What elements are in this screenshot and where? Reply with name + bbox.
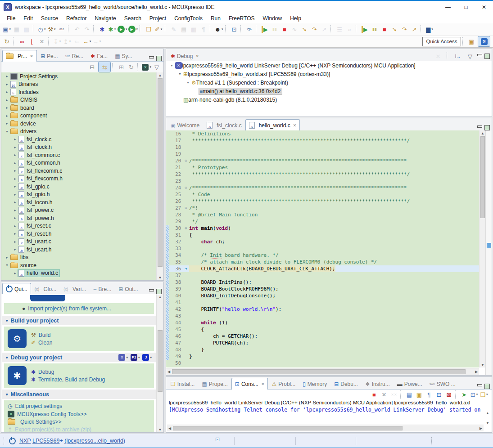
scroll-right-icon[interactable]: ▶	[478, 425, 484, 431]
line-number[interactable]: 28	[169, 211, 183, 218]
code-line-26[interactable]: 26 *************************************…	[166, 198, 479, 205]
dropdown-arrow-icon[interactable]: ▾	[150, 356, 152, 359]
minimize-view-button[interactable]	[477, 384, 482, 389]
code-line-44[interactable]: 44 while (1)	[166, 319, 479, 326]
scroll-down-icon[interactable]: ▼	[479, 362, 486, 367]
item[interactable]: .cfsl_power.c	[18, 207, 55, 214]
collapsed-arrow-icon[interactable]: ▸	[12, 169, 18, 173]
search-torch-button[interactable]: ✐▾	[154, 24, 163, 34]
code-line-38[interactable]: 38 BOARD_InitPins();	[166, 279, 479, 286]
item[interactable]: source	[10, 262, 38, 269]
item[interactable]: ⊞lpcxpresso55s69_hello_world.axf [LPC55S…	[183, 71, 331, 77]
tree-item-device[interactable]: ▸device	[1, 120, 157, 128]
dropdown-arrow-icon[interactable]: ▾	[138, 356, 140, 359]
expanded-arrow-icon[interactable]: ▾	[4, 263, 10, 267]
code-line-46[interactable]: 46 ch = GETCHAR();	[166, 333, 479, 340]
section-header-debug-your-project[interactable]: ▾Debug your projectX▾P2▾J▾	[2, 353, 156, 362]
item[interactable]: .cfsl_usart.c	[18, 238, 53, 245]
section-header-build-your-project[interactable]: ▾Build your project	[2, 316, 156, 325]
pemicro-button[interactable]: P2▾	[130, 353, 140, 363]
minimize-view-button[interactable]	[149, 289, 154, 294]
goto-frame-button[interactable]: i→	[453, 51, 463, 61]
quickstart-link-clean[interactable]: ✐Clean	[31, 340, 52, 346]
fold-minus-icon[interactable]: ⊖	[183, 225, 189, 232]
line-number[interactable]: 27	[169, 205, 183, 211]
collapsed-arrow-icon[interactable]: ▸	[12, 177, 18, 181]
line-number[interactable]: 35	[169, 259, 183, 265]
explorer-tab-re-[interactable]: 1010Re...	[62, 50, 87, 61]
view-menu-button[interactable]: ▽	[152, 62, 162, 72]
collapsed-arrow-icon[interactable]: ▸	[12, 193, 18, 197]
gutter[interactable]	[183, 333, 189, 340]
item[interactable]: .hfsl_iocon.h	[18, 199, 54, 206]
console-output[interactable]: [MCUXpresso Semihosting Telnet console f…	[166, 406, 492, 413]
tree-item-fsl_clock.h[interactable]: ▸.hfsl_clock.h	[1, 143, 157, 152]
dropdown-arrow-icon[interactable]: ▾	[222, 27, 223, 31]
expanded-arrow-icon[interactable]: ▾	[185, 81, 191, 85]
collapsed-arrow-icon[interactable]: ▸	[4, 255, 10, 260]
explorer-tab-pe-[interactable]: ⊞Pe...	[37, 50, 62, 61]
code-line-24[interactable]: 24⊖/************************************…	[166, 184, 479, 191]
dropdown-arrow-icon[interactable]: ▾	[54, 27, 56, 31]
editor-tab-welcome[interactable]: ◉Welcome	[167, 120, 203, 130]
collapse-all-button[interactable]: ⊟	[87, 62, 97, 72]
tree-item-main--selected[interactable]: ≡main() at hello_world.c:36 0x4d2	[166, 87, 492, 95]
line-number[interactable]: 21	[169, 164, 183, 171]
maximize-window-button[interactable]: □	[457, 1, 475, 13]
gutter[interactable]	[183, 299, 189, 306]
console-tab-prope-[interactable]: ▤Prope...	[198, 378, 231, 389]
tree-item-cmsis[interactable]: ▸CMSIS	[1, 96, 157, 104]
tree-item-component[interactable]: ▸component	[1, 112, 157, 120]
code-line-29[interactable]: 29 */	[166, 218, 479, 225]
dropdown-arrow-icon[interactable]: ▾	[161, 27, 163, 31]
jlink-button[interactable]: J▾	[142, 353, 152, 363]
editor-hscrollbar[interactable]: ◀ ▶	[166, 368, 479, 375]
gutter[interactable]	[183, 171, 189, 178]
code-editor[interactable]: 16 * Definitions17 *********************…	[166, 130, 479, 367]
item[interactable]: CMSIS	[10, 97, 39, 103]
tree-item-board[interactable]: ▸board	[1, 104, 157, 112]
line-number[interactable]: 43	[169, 313, 183, 319]
item[interactable]: .hfsl_usart.h	[18, 246, 53, 253]
quickstart-tab-out-[interactable]: ⊞Out...	[115, 283, 141, 294]
linkserver-x-button[interactable]: X▾	[118, 353, 128, 363]
dropdown-arrow-icon[interactable]: ▾	[126, 356, 128, 359]
code-line-27[interactable]: 27⊖/*!	[166, 205, 479, 211]
code-line-49[interactable]: 49}	[166, 353, 479, 360]
gutter[interactable]	[183, 252, 189, 259]
binary-file-button[interactable]: 010	[57, 24, 67, 34]
tree-item-drivers[interactable]: ▾drivers	[1, 128, 157, 136]
item[interactable]: libs	[10, 254, 30, 260]
tree-item-fsl_reset.c[interactable]: ▸.cfsl_reset.c	[1, 222, 157, 230]
code-line-28[interactable]: 28 * @brief Main function	[166, 211, 479, 218]
gutter[interactable]	[183, 326, 189, 333]
code-line-42[interactable]: 42 PRINTF("hello world.\r\n");	[166, 306, 479, 313]
tree-item-fsl_common.c[interactable]: ▸.cfsl_common.c	[1, 151, 157, 159]
dropdown-arrow-icon[interactable]: ▾	[126, 27, 127, 31]
open-console-button[interactable]: ❏▾	[479, 390, 489, 399]
gutter[interactable]	[183, 353, 189, 360]
gutter[interactable]	[183, 272, 189, 279]
code-line-32[interactable]: 32 char ch;	[166, 238, 479, 245]
code-line-35[interactable]: 35 /* attach main clock divide to FLEXCO…	[166, 259, 479, 265]
code-line-25[interactable]: 25 * Code	[166, 191, 479, 198]
refresh-view-button[interactable]: ↻	[126, 62, 136, 72]
dropdown-arrow-icon[interactable]: ▾	[100, 40, 101, 43]
line-number[interactable]: 30	[169, 225, 183, 232]
tree-item-fsl_gpio.c[interactable]: ▸.cfsl_gpio.c	[1, 183, 157, 191]
item[interactable]: board	[10, 105, 36, 111]
code-line-40[interactable]: 40 BOARD_InitDebugConsole();	[166, 292, 479, 299]
refresh-connections-button[interactable]: ↻	[2, 36, 12, 46]
collapsed-arrow-icon[interactable]: ▸	[4, 90, 10, 94]
code-line-19[interactable]: 19	[166, 151, 479, 157]
clear-console-button[interactable]: ▤	[404, 390, 414, 399]
line-number[interactable]: 33	[169, 245, 183, 252]
item[interactable]: ⚙Thread #1 1 (Suspended : Breakpoint)	[191, 80, 289, 86]
item[interactable]: ▥arm-none-eabi-gdb (8.1.0.20180315)	[183, 97, 278, 103]
console-tab-powe-[interactable]: ▬Powe...	[393, 378, 426, 389]
line-number[interactable]: 48	[169, 346, 183, 353]
item[interactable]: component	[10, 112, 48, 119]
line-number[interactable]: 18	[169, 144, 183, 151]
menu-edit[interactable]: Edit	[19, 14, 37, 22]
console-tab-probl-[interactable]: ⚠Probl...	[268, 378, 299, 389]
